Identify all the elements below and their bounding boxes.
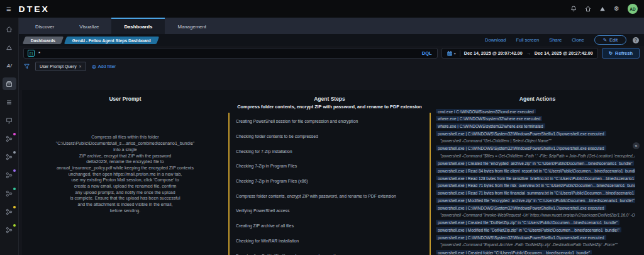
refresh-button-label: Refresh — [615, 50, 633, 56]
dtex-logo: DTEX — [19, 4, 50, 14]
edit-button-label: Edit — [609, 37, 618, 43]
sidebar-shortcut-6-icon[interactable] — [3, 224, 16, 236]
agent-action-row: powershell.exe | Read 71 bytes from file… — [436, 189, 635, 195]
user-prompt-body: Compress all files within this folder "C… — [22, 102, 228, 255]
agent-step-item: Checking 7-Zip in Program Files (x86) — [230, 174, 430, 189]
date-range[interactable]: Dec 14, 2025 @ 20:07:42.00 → Dec 14, 202… — [464, 50, 593, 56]
agent-action-row: powershell.exe | Created file "DotNetZip… — [436, 218, 635, 225]
breadcrumb-item-genai-fellou-agent-steps-dashboard[interactable]: GenAI - Fellou Agent Steps Dashboard — [64, 37, 159, 44]
agent-actions-title: Agent Actions — [431, 96, 644, 102]
agent-action-row: cmd.exe | C:\WINDOWS\system32\cmd.exe ex… — [436, 107, 635, 113]
sidebar-shortcut-2-icon[interactable] — [3, 150, 16, 163]
agent-step-item: Verifying PowerShell access — [230, 203, 430, 218]
user-prompt-panel: User Prompt Compress all files within th… — [22, 90, 228, 255]
agent-step-item: Compress folder contents, encrypt ZIP wi… — [230, 188, 430, 203]
collapse-panel-icon[interactable]: « — [633, 142, 640, 149]
sidebar-shortcut-4-icon[interactable] — [3, 187, 16, 200]
sidebar-shortcut-1-icon[interactable] — [3, 132, 16, 145]
agent-steps-subtitle: Compress folder contents, encrypt ZIP wi… — [228, 104, 431, 110]
date-picker: ▾ Dec 14, 2025 @ 20:07:42.00 → Dec 14, 2… — [441, 48, 598, 59]
date-from[interactable]: Dec 14, 2025 @ 20:07:42.00 — [464, 50, 523, 56]
sidebar-collections-icon[interactable] — [3, 77, 16, 90]
calendar-button[interactable]: ▾ — [447, 50, 460, 57]
user-prompt-text: Compress all files within this folder "C… — [56, 134, 195, 213]
agent-step-item: Checking 7-Zip in Program Files — [230, 159, 430, 174]
sidebar-shortcut-3-icon[interactable] — [3, 169, 16, 181]
breadcrumb-item-dashboards[interactable]: Dashboards — [23, 37, 64, 44]
filter-row: User Prompt Query × ⊕ Add filter — [19, 60, 644, 72]
user-prompt-title: User Prompt — [22, 96, 228, 102]
alerts-triangle-icon[interactable] — [599, 6, 606, 12]
agent-step-item: Creating ZIP archive of all files — [230, 218, 430, 234]
agent-step-item: Checking for WinRAR installation — [230, 234, 430, 249]
query-row: [ ] * DQL ▾ Dec 14, 2025 @ 20:07:42.00 →… — [19, 46, 644, 60]
agent-action-row: powershell.exe | Read 84 bytes from file… — [436, 166, 635, 173]
tab-management[interactable]: Management — [165, 18, 219, 34]
agent-action-row: "powershell -Command "Get-ChildItem | Se… — [436, 137, 635, 143]
agent-steps-list: Creating PowerShell session for file com… — [228, 113, 431, 255]
breadcrumb: DashboardsGenAI - Fellou Agent Steps Das… — [24, 37, 158, 44]
query-input[interactable]: [ ] * DQL — [23, 48, 438, 59]
breadcrumb-row: DashboardsGenAI - Fellou Agent Steps Das… — [19, 34, 644, 46]
share-link[interactable]: Share — [549, 37, 562, 43]
filter-funnel-icon[interactable] — [24, 64, 30, 69]
refresh-button[interactable]: ↻ Refresh — [602, 48, 640, 59]
agent-action-row: where.exe | C:\WINDOWS\system32\where.ex… — [436, 122, 635, 128]
agent-action-row: powershell.exe | C:\WINDOWS\System32\Win… — [436, 203, 635, 210]
tab-bar: DiscoverVisualizeDashboardsManagement — [19, 18, 644, 34]
user-avatar[interactable]: AD — [628, 4, 638, 14]
filter-chip-user-prompt-query[interactable]: User Prompt Query × — [35, 62, 86, 71]
tab-dashboards[interactable]: Dashboards — [111, 18, 165, 34]
sidebar-home-icon[interactable] — [3, 23, 16, 35]
agent-steps-title: Agent Steps — [228, 96, 431, 102]
query-value[interactable]: * — [38, 50, 418, 56]
dashboard-content: User Prompt Compress all files within th… — [22, 90, 644, 255]
sidebar-shortcuts — [3, 132, 16, 236]
agent-steps-panel: Agent Steps Compress folder contents, en… — [228, 90, 431, 255]
download-link[interactable]: Download — [485, 37, 506, 43]
calendar-icon — [447, 50, 453, 57]
dql-toggle[interactable]: DQL — [422, 50, 433, 56]
agent-step-item: Checking for 7-Zip installation — [230, 144, 430, 159]
date-to[interactable]: Dec 14, 2025 @ 20:27:42.00 — [535, 50, 593, 56]
help-icon[interactable]: ? — [633, 37, 639, 43]
sidebar-shortcut-5-icon[interactable] — [3, 205, 16, 218]
agent-actions-panel: Agent Actions cmd.exe | C:\WINDOWS\syste… — [431, 90, 644, 255]
sidebar-ai-icon[interactable]: A/ — [3, 59, 16, 72]
agent-actions-list: cmd.exe | C:\WINDOWS\system32\cmd.exe ex… — [431, 107, 644, 255]
dtex-dashboard-app: ≡ DTEX ⚙ AD A/ — [0, 0, 644, 255]
full-screen-link[interactable]: Full screen — [516, 37, 539, 43]
agent-action-row: "powershell -Command "$files = Get-Child… — [436, 152, 635, 158]
hamburger-menu-icon[interactable]: ≡ — [6, 5, 11, 13]
agent-step-item: Checking folder contents to be compresse… — [230, 129, 430, 144]
remove-filter-icon[interactable]: × — [79, 64, 82, 69]
add-filter-label: Add filter — [98, 64, 116, 69]
agent-step-item: Creating PowerShell session for file com… — [230, 114, 430, 129]
agent-action-row: powershell.exe | C:\WINDOWS\System32\Win… — [436, 144, 635, 150]
agent-action-row: powershell.exe | Read 128 bytes from fil… — [436, 174, 635, 180]
agent-action-row: powershell.exe | Created file "encrypted… — [436, 159, 635, 166]
agent-action-row: powershell.exe | C:\WINDOWS\System32\Win… — [436, 129, 635, 135]
sidebar-list-icon[interactable] — [3, 96, 16, 108]
tab-visualize[interactable]: Visualize — [67, 18, 111, 34]
agent-step-item: Downloading DotNetZip library for passwo… — [230, 248, 430, 255]
settings-gear-icon[interactable]: ⚙ — [614, 6, 619, 12]
pencil-icon: ✎ — [603, 37, 607, 43]
agent-action-row: powershell.exe | Modified file "DotNetZi… — [436, 226, 635, 232]
notifications-bell-icon[interactable] — [570, 6, 577, 12]
tab-discover[interactable]: Discover — [23, 18, 67, 34]
home-icon[interactable] — [585, 6, 591, 12]
sidebar-alerts-icon[interactable] — [3, 41, 16, 54]
sidebar-monitor-icon[interactable] — [3, 114, 16, 127]
query-language-icon: [ ] — [28, 50, 35, 57]
agent-action-row: "powershell -Command "Expand-Archive -Pa… — [436, 241, 635, 247]
agent-action-row: powershell.exe | Read 71 bytes from file… — [436, 181, 635, 188]
clone-link[interactable]: Clone — [572, 37, 584, 43]
left-sidebar: A/ — [0, 18, 19, 255]
chevron-down-icon: ▾ — [454, 51, 456, 55]
refresh-icon: ↻ — [609, 50, 613, 56]
edit-button[interactable]: ✎ Edit — [594, 35, 626, 45]
agent-action-row: powershell.exe | C:\WINDOWS\System32\Win… — [436, 234, 635, 240]
agent-action-row: where.exe | C:\WINDOWS\system32\where.ex… — [436, 115, 635, 121]
add-filter-button[interactable]: ⊕ Add filter — [92, 64, 116, 70]
